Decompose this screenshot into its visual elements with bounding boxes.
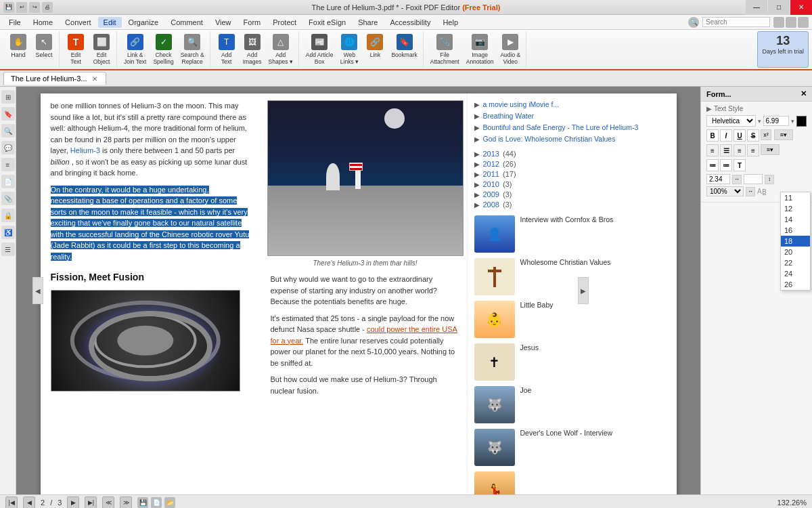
menu-organize[interactable]: Organize bbox=[123, 17, 164, 28]
document-tab[interactable]: The Lure of Helium-3... ✕ bbox=[3, 72, 106, 85]
add-article-box-button[interactable]: 📰 Add ArticleBox bbox=[303, 33, 336, 66]
hand-tool-button[interactable]: ✋ Hand bbox=[6, 33, 30, 60]
font-size-dropdown[interactable]: 11 12 14 16 18 20 22 24 26 bbox=[780, 192, 811, 291]
print-quick-btn[interactable]: 🖨 bbox=[42, 2, 53, 13]
check-spelling-button[interactable]: ✓ CheckSpelling bbox=[150, 33, 176, 66]
comment-tool[interactable]: 💬 bbox=[1, 141, 15, 154]
edit-object-button[interactable]: ⬜ EditObject bbox=[89, 33, 114, 66]
menu-file[interactable]: File bbox=[3, 17, 26, 28]
sidebar-nav-item-god[interactable]: ▶ God is Love: Wholesome Christian Value… bbox=[474, 135, 670, 143]
bookmark-button[interactable]: 🔖 Bookmark bbox=[388, 33, 420, 66]
extra-tool[interactable]: ☰ bbox=[1, 242, 15, 256]
align-extra[interactable]: ≡▾ bbox=[761, 144, 780, 155]
font-size-input[interactable] bbox=[763, 116, 789, 126]
minimize-button[interactable]: — bbox=[746, 0, 767, 15]
menu-comment[interactable]: Comment bbox=[165, 17, 208, 28]
user-icon[interactable] bbox=[798, 17, 809, 28]
archive-2010[interactable]: ▶ 2010 (3) bbox=[474, 180, 670, 188]
char-spacing-input[interactable] bbox=[706, 174, 730, 184]
edit-text-button[interactable]: T EditText bbox=[64, 33, 88, 66]
text-direction-button[interactable]: T bbox=[734, 159, 746, 171]
collapse-right-arrow[interactable]: ▶ bbox=[578, 277, 589, 304]
numbered-list-button[interactable]: ≔ bbox=[720, 159, 732, 171]
align-center-button[interactable]: ☰ bbox=[720, 144, 732, 156]
bold-button[interactable]: B bbox=[706, 129, 719, 142]
archive-2008[interactable]: ▶ 2008 (3) bbox=[474, 200, 670, 209]
size-16[interactable]: 16 bbox=[781, 225, 810, 236]
sidebar-nav-item-helium[interactable]: ▶ Bountiful and Safe Energy - The Lure o… bbox=[474, 123, 670, 131]
first-page-button[interactable]: |◀ bbox=[5, 496, 18, 509]
thumbnail-tool[interactable]: ⊞ bbox=[1, 90, 15, 104]
link-join-button[interactable]: 🔗 Link &Join Text bbox=[121, 33, 149, 66]
strikethrough-button[interactable]: S bbox=[747, 129, 759, 142]
save-quick-btn[interactable]: 💾 bbox=[3, 2, 14, 13]
search-tool[interactable]: 🔍 bbox=[1, 124, 15, 137]
size-18[interactable]: 18 bbox=[781, 236, 810, 247]
italic-button[interactable]: I bbox=[720, 129, 732, 142]
cart-icon[interactable] bbox=[786, 17, 796, 28]
prev-page-button[interactable]: ◀ bbox=[23, 496, 35, 509]
superscript-button[interactable]: x² bbox=[761, 129, 771, 140]
archive-2009[interactable]: ▶ 2009 (3) bbox=[474, 190, 670, 198]
line-spacing-icon[interactable]: ↕ bbox=[765, 175, 774, 184]
menu-help[interactable]: Help bbox=[437, 17, 464, 28]
font-family-select[interactable]: Helvetica bbox=[706, 115, 756, 127]
pdf-viewing-area[interactable]: ◀ be one million tonnes of Helium-3 on t… bbox=[16, 87, 700, 494]
image-annotation-button[interactable]: 📷 ImageAnnotation bbox=[464, 33, 497, 66]
prev-view-button[interactable]: ≪ bbox=[102, 496, 114, 509]
scale-icon[interactable]: ↔ bbox=[746, 187, 755, 196]
next-page-button[interactable]: ▶ bbox=[67, 496, 79, 509]
maximize-button[interactable]: □ bbox=[768, 0, 790, 15]
bookmark-tool[interactable]: 🔖 bbox=[1, 107, 15, 121]
save-as-icon[interactable]: 📄 bbox=[151, 497, 162, 508]
char-spacing-icon[interactable]: ↔ bbox=[732, 175, 742, 184]
sidebar-nav-item-movie[interactable]: ▶ a movie using iMovie f... bbox=[474, 100, 670, 108]
size-26[interactable]: 26 bbox=[781, 279, 810, 290]
layers-tool[interactable]: ≡ bbox=[1, 158, 15, 171]
open-icon[interactable]: 📂 bbox=[164, 497, 175, 508]
link-button[interactable]: 🔗 Link bbox=[363, 33, 387, 66]
add-images-button[interactable]: 🖼 AddImages bbox=[240, 33, 265, 66]
size-14[interactable]: 14 bbox=[781, 214, 810, 225]
underline-button[interactable]: U bbox=[734, 129, 746, 142]
next-view-button[interactable]: ≫ bbox=[120, 496, 132, 509]
text-style-extra[interactable]: ≡▾ bbox=[774, 129, 793, 140]
search-input[interactable] bbox=[702, 17, 770, 27]
pages-tool[interactable]: 📄 bbox=[1, 175, 15, 188]
size-24[interactable]: 24 bbox=[781, 268, 810, 279]
line-spacing-input[interactable] bbox=[744, 174, 763, 184]
search-replace-button[interactable]: 🔍 Search &Replace bbox=[178, 33, 207, 66]
tab-close-icon[interactable]: ✕ bbox=[91, 75, 99, 83]
security-tool[interactable]: 🔒 bbox=[1, 209, 15, 222]
close-button[interactable]: ✕ bbox=[790, 0, 812, 15]
size-22[interactable]: 22 bbox=[781, 257, 810, 268]
size-20[interactable]: 20 bbox=[781, 247, 810, 257]
align-left-button[interactable]: ≡ bbox=[706, 144, 719, 156]
search-icon[interactable]: 🔍 bbox=[688, 17, 699, 28]
file-attachment-button[interactable]: 📎 FileAttachment bbox=[428, 33, 462, 66]
attach-tool[interactable]: 📎 bbox=[1, 192, 15, 205]
account-icon[interactable] bbox=[773, 17, 784, 28]
archive-2011[interactable]: ▶ 2011 (17) bbox=[474, 170, 670, 178]
select-tool-button[interactable]: ↖ Select bbox=[32, 33, 56, 60]
menu-accessibility[interactable]: Accessibility bbox=[384, 17, 436, 28]
last-page-button[interactable]: ▶| bbox=[85, 496, 97, 509]
undo-quick-btn[interactable]: ↩ bbox=[16, 2, 27, 13]
audio-video-button[interactable]: ▶ Audio &Video bbox=[497, 33, 523, 66]
save-file-icon[interactable]: 💾 bbox=[137, 497, 148, 508]
sidebar-nav-item-water[interactable]: ▶ Breathing Water bbox=[474, 112, 670, 120]
menu-home[interactable]: Home bbox=[28, 17, 58, 28]
menu-view[interactable]: View bbox=[210, 17, 237, 28]
zoom-select[interactable]: 100% bbox=[706, 186, 744, 196]
collapse-left-arrow[interactable]: ◀ bbox=[32, 277, 43, 304]
add-text-button[interactable]: T AddText bbox=[215, 33, 239, 66]
panel-close-icon[interactable]: ✕ bbox=[800, 89, 807, 98]
menu-form[interactable]: Form bbox=[238, 17, 267, 28]
archive-2012[interactable]: ▶ 2012 (26) bbox=[474, 160, 670, 168]
font-color-swatch[interactable] bbox=[796, 116, 807, 127]
size-11[interactable]: 11 bbox=[781, 192, 810, 203]
redo-quick-btn[interactable]: ↪ bbox=[29, 2, 40, 13]
archive-2013[interactable]: ▶ 2013 (44) bbox=[474, 150, 670, 158]
menu-foxit-esign[interactable]: Foxit eSign bbox=[303, 17, 351, 28]
menu-edit[interactable]: Edit bbox=[98, 17, 122, 28]
